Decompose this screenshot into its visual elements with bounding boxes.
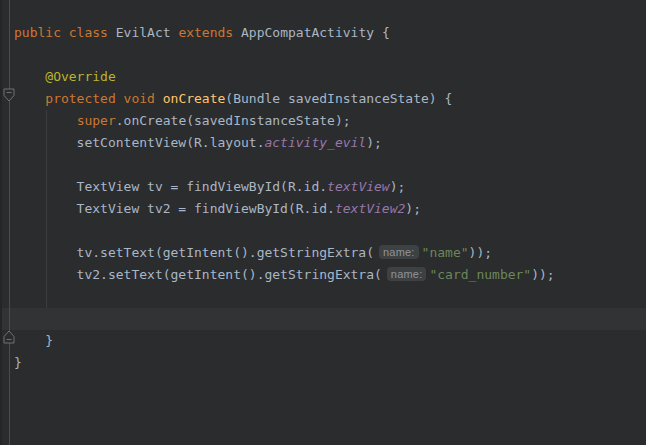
code-token: void <box>124 91 155 106</box>
code-line[interactable] <box>2 44 646 66</box>
code-token: ); <box>366 135 382 150</box>
parameter-hint-pill: name: <box>387 267 427 281</box>
code-token: ); <box>405 201 421 216</box>
fold-gutter-line <box>9 0 10 445</box>
code-line[interactable] <box>2 286 646 308</box>
code-token: ); <box>390 179 406 194</box>
code-line[interactable]: public class EvilAct extends AppCompatAc… <box>2 22 646 44</box>
code-token: public <box>14 25 61 40</box>
code-token: textView2 <box>335 201 405 216</box>
code-line[interactable]: tv2.setText(getIntent().getStringExtra(n… <box>2 264 646 286</box>
code-token: "name" <box>422 245 469 260</box>
code-line[interactable]: } <box>2 352 646 374</box>
code-token: tv2.setText(getIntent().getStringExtra( <box>14 267 382 282</box>
code-editor: public class EvilAct extends AppCompatAc… <box>2 0 646 445</box>
code-line[interactable]: @Override <box>2 66 646 88</box>
parameter-hint-pill: name: <box>379 245 419 259</box>
code-token: TextView tv2 = findViewById(R.id. <box>14 201 335 216</box>
code-token <box>155 91 163 106</box>
code-token: TextView tv = findViewById(R.id. <box>14 179 327 194</box>
code-line[interactable]: TextView tv2 = findViewById(R.id.textVie… <box>2 198 646 220</box>
code-line[interactable]: protected void onCreate(Bundle savedInst… <box>2 88 646 110</box>
fold-start-icon[interactable] <box>3 88 15 102</box>
code-token: "card_number" <box>429 267 531 282</box>
code-token: @Override <box>45 69 115 84</box>
code-token <box>14 113 77 128</box>
code-line[interactable]: TextView tv = findViewById(R.id.textView… <box>2 176 646 198</box>
code-token: extends <box>178 25 233 40</box>
code-line[interactable] <box>2 220 646 242</box>
code-token: textView <box>327 179 390 194</box>
code-line[interactable]: tv.setText(getIntent().getStringExtra(na… <box>2 242 646 264</box>
code-area[interactable]: public class EvilAct extends AppCompatAc… <box>2 22 646 374</box>
code-token <box>14 69 45 84</box>
code-token: super <box>77 113 116 128</box>
code-token <box>61 25 69 40</box>
code-token <box>14 91 45 106</box>
code-token <box>116 91 124 106</box>
code-token: EvilAct <box>108 25 178 40</box>
code-line[interactable]: super.onCreate(savedInstanceState); <box>2 110 646 132</box>
code-token: .onCreate(savedInstanceState); <box>116 113 351 128</box>
fold-end-icon[interactable] <box>3 330 15 344</box>
code-token: AppCompatActivity { <box>233 25 390 40</box>
code-token: } <box>14 355 22 370</box>
code-token: (Bundle savedInstanceState) { <box>225 91 452 106</box>
code-line-current[interactable] <box>2 308 646 330</box>
code-token: setContentView(R.layout. <box>14 135 264 150</box>
code-token: } <box>14 333 53 348</box>
code-token: class <box>69 25 108 40</box>
code-line[interactable] <box>2 154 646 176</box>
code-line[interactable]: } <box>2 330 646 352</box>
code-token: onCreate <box>163 91 226 106</box>
code-token: protected <box>45 91 115 106</box>
code-token: )); <box>469 245 492 260</box>
code-token: tv.setText(getIntent().getStringExtra( <box>14 245 374 260</box>
code-token: activity_evil <box>264 135 366 150</box>
code-line[interactable]: setContentView(R.layout.activity_evil); <box>2 132 646 154</box>
code-token: )); <box>531 267 554 282</box>
